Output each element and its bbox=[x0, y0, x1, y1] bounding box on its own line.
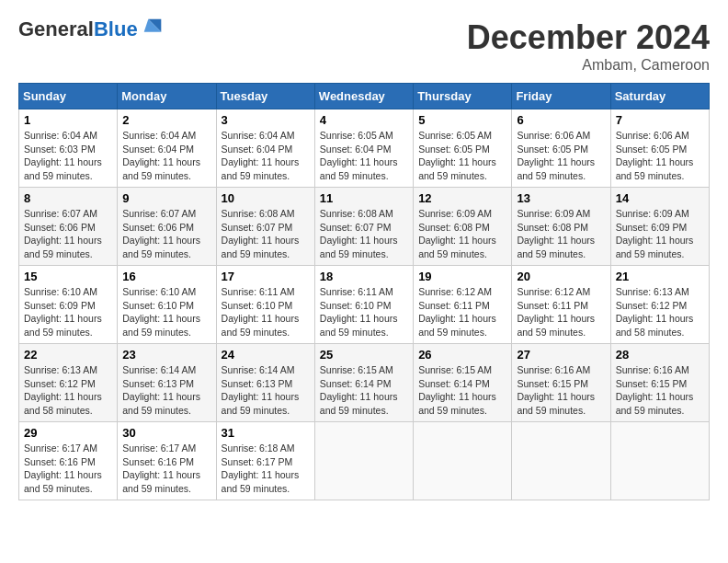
day-number: 10 bbox=[222, 191, 310, 205]
calendar-cell: 10Sunrise: 6:08 AMSunset: 6:07 PMDayligh… bbox=[216, 188, 314, 266]
day-number: 16 bbox=[122, 270, 210, 283]
day-info: Sunrise: 6:14 AMSunset: 6:13 PMDaylight:… bbox=[222, 363, 310, 418]
calendar-cell: 11Sunrise: 6:08 AMSunset: 6:07 PMDayligh… bbox=[314, 188, 413, 266]
day-number: 14 bbox=[616, 191, 704, 205]
calendar-cell: 4Sunrise: 6:05 AMSunset: 6:04 PMDaylight… bbox=[314, 109, 413, 188]
week-row-2: 8Sunrise: 6:07 AMSunset: 6:06 PMDaylight… bbox=[19, 188, 710, 266]
calendar-cell bbox=[314, 422, 413, 500]
day-info: Sunrise: 6:18 AMSunset: 6:17 PMDaylight:… bbox=[222, 442, 310, 496]
day-number: 5 bbox=[418, 113, 506, 127]
day-number: 8 bbox=[24, 191, 112, 205]
calendar-cell: 1Sunrise: 6:04 AMSunset: 6:03 PMDaylight… bbox=[19, 109, 118, 188]
day-info: Sunrise: 6:17 AMSunset: 6:16 PMDaylight:… bbox=[122, 442, 210, 496]
day-number: 2 bbox=[122, 113, 210, 127]
day-info: Sunrise: 6:09 AMSunset: 6:09 PMDaylight:… bbox=[616, 207, 704, 261]
day-info: Sunrise: 6:13 AMSunset: 6:12 PMDaylight:… bbox=[616, 285, 704, 339]
day-number: 3 bbox=[222, 113, 310, 127]
day-number: 6 bbox=[517, 113, 605, 127]
title-block: December 2024 Ambam, Cameroon bbox=[467, 18, 710, 74]
logo-icon bbox=[140, 15, 165, 40]
day-info: Sunrise: 6:14 AMSunset: 6:13 PMDaylight:… bbox=[122, 363, 210, 418]
day-number: 4 bbox=[320, 113, 408, 127]
day-number: 15 bbox=[24, 270, 112, 283]
calendar-cell bbox=[414, 422, 512, 500]
day-number: 9 bbox=[122, 191, 210, 205]
day-info: Sunrise: 6:16 AMSunset: 6:15 PMDaylight:… bbox=[517, 363, 605, 418]
day-number: 28 bbox=[616, 348, 704, 362]
page-header: GeneralBlue December 2024 Ambam, Cameroo… bbox=[18, 18, 710, 74]
day-number: 20 bbox=[517, 270, 605, 283]
calendar-cell: 16Sunrise: 6:10 AMSunset: 6:10 PMDayligh… bbox=[118, 266, 216, 344]
day-info: Sunrise: 6:12 AMSunset: 6:11 PMDaylight:… bbox=[418, 285, 506, 339]
calendar-cell: 21Sunrise: 6:13 AMSunset: 6:12 PMDayligh… bbox=[610, 266, 709, 344]
week-row-4: 22Sunrise: 6:13 AMSunset: 6:12 PMDayligh… bbox=[19, 344, 710, 422]
calendar-cell: 18Sunrise: 6:11 AMSunset: 6:10 PMDayligh… bbox=[314, 266, 413, 344]
logo-general-text: General bbox=[18, 17, 94, 40]
calendar-cell: 20Sunrise: 6:12 AMSunset: 6:11 PMDayligh… bbox=[512, 266, 610, 344]
day-info: Sunrise: 6:15 AMSunset: 6:14 PMDaylight:… bbox=[320, 363, 408, 418]
week-row-1: 1Sunrise: 6:04 AMSunset: 6:03 PMDaylight… bbox=[19, 109, 710, 188]
calendar-cell: 19Sunrise: 6:12 AMSunset: 6:11 PMDayligh… bbox=[414, 266, 512, 344]
col-header-wednesday: Wednesday bbox=[314, 84, 413, 109]
location: Ambam, Cameroon bbox=[467, 57, 710, 74]
calendar-cell: 8Sunrise: 6:07 AMSunset: 6:06 PMDaylight… bbox=[19, 188, 118, 266]
day-number: 17 bbox=[222, 270, 310, 283]
calendar-cell bbox=[610, 422, 709, 500]
day-number: 29 bbox=[24, 426, 112, 440]
calendar-cell bbox=[512, 422, 610, 500]
month-title: December 2024 bbox=[467, 18, 710, 57]
calendar-cell: 29Sunrise: 6:17 AMSunset: 6:16 PMDayligh… bbox=[19, 422, 118, 500]
day-info: Sunrise: 6:16 AMSunset: 6:15 PMDaylight:… bbox=[616, 363, 704, 418]
day-info: Sunrise: 6:04 AMSunset: 6:04 PMDaylight:… bbox=[122, 129, 210, 183]
day-info: Sunrise: 6:04 AMSunset: 6:03 PMDaylight:… bbox=[24, 129, 112, 183]
calendar-cell: 31Sunrise: 6:18 AMSunset: 6:17 PMDayligh… bbox=[216, 422, 314, 500]
day-info: Sunrise: 6:05 AMSunset: 6:05 PMDaylight:… bbox=[418, 129, 506, 183]
calendar-cell: 6Sunrise: 6:06 AMSunset: 6:05 PMDaylight… bbox=[512, 109, 610, 188]
logo: GeneralBlue bbox=[18, 18, 165, 40]
day-number: 31 bbox=[222, 426, 310, 440]
col-header-friday: Friday bbox=[512, 84, 610, 109]
day-info: Sunrise: 6:09 AMSunset: 6:08 PMDaylight:… bbox=[517, 207, 605, 261]
calendar-cell: 13Sunrise: 6:09 AMSunset: 6:08 PMDayligh… bbox=[512, 188, 610, 266]
day-number: 27 bbox=[517, 348, 605, 362]
day-number: 30 bbox=[122, 426, 210, 440]
calendar-cell: 15Sunrise: 6:10 AMSunset: 6:09 PMDayligh… bbox=[19, 266, 118, 344]
calendar-cell: 7Sunrise: 6:06 AMSunset: 6:05 PMDaylight… bbox=[610, 109, 709, 188]
day-info: Sunrise: 6:10 AMSunset: 6:09 PMDaylight:… bbox=[24, 285, 112, 339]
day-number: 24 bbox=[222, 348, 310, 362]
day-info: Sunrise: 6:05 AMSunset: 6:04 PMDaylight:… bbox=[320, 129, 408, 183]
day-info: Sunrise: 6:07 AMSunset: 6:06 PMDaylight:… bbox=[122, 207, 210, 261]
calendar-cell: 12Sunrise: 6:09 AMSunset: 6:08 PMDayligh… bbox=[414, 188, 512, 266]
day-info: Sunrise: 6:08 AMSunset: 6:07 PMDaylight:… bbox=[320, 207, 408, 261]
week-row-3: 15Sunrise: 6:10 AMSunset: 6:09 PMDayligh… bbox=[19, 266, 710, 344]
week-row-5: 29Sunrise: 6:17 AMSunset: 6:16 PMDayligh… bbox=[19, 422, 710, 500]
day-number: 11 bbox=[320, 191, 408, 205]
day-info: Sunrise: 6:04 AMSunset: 6:04 PMDaylight:… bbox=[222, 129, 310, 183]
calendar-cell: 22Sunrise: 6:13 AMSunset: 6:12 PMDayligh… bbox=[19, 344, 118, 422]
day-number: 18 bbox=[320, 270, 408, 283]
day-info: Sunrise: 6:07 AMSunset: 6:06 PMDaylight:… bbox=[24, 207, 112, 261]
day-info: Sunrise: 6:11 AMSunset: 6:10 PMDaylight:… bbox=[222, 285, 310, 339]
col-header-saturday: Saturday bbox=[610, 84, 709, 109]
calendar-cell: 24Sunrise: 6:14 AMSunset: 6:13 PMDayligh… bbox=[216, 344, 314, 422]
calendar-cell: 2Sunrise: 6:04 AMSunset: 6:04 PMDaylight… bbox=[118, 109, 216, 188]
day-number: 22 bbox=[24, 348, 112, 362]
day-number: 25 bbox=[320, 348, 408, 362]
calendar-cell: 30Sunrise: 6:17 AMSunset: 6:16 PMDayligh… bbox=[118, 422, 216, 500]
day-info: Sunrise: 6:09 AMSunset: 6:08 PMDaylight:… bbox=[418, 207, 506, 261]
day-info: Sunrise: 6:08 AMSunset: 6:07 PMDaylight:… bbox=[222, 207, 310, 261]
day-info: Sunrise: 6:06 AMSunset: 6:05 PMDaylight:… bbox=[616, 129, 704, 183]
day-number: 7 bbox=[616, 113, 704, 127]
day-info: Sunrise: 6:15 AMSunset: 6:14 PMDaylight:… bbox=[418, 363, 506, 418]
day-number: 23 bbox=[122, 348, 210, 362]
day-number: 26 bbox=[418, 348, 506, 362]
day-number: 1 bbox=[24, 113, 112, 127]
day-number: 12 bbox=[418, 191, 506, 205]
calendar-cell: 17Sunrise: 6:11 AMSunset: 6:10 PMDayligh… bbox=[216, 266, 314, 344]
calendar-cell: 26Sunrise: 6:15 AMSunset: 6:14 PMDayligh… bbox=[414, 344, 512, 422]
calendar-table: SundayMondayTuesdayWednesdayThursdayFrid… bbox=[18, 83, 710, 500]
logo-blue-text: Blue bbox=[94, 17, 138, 40]
calendar-cell: 9Sunrise: 6:07 AMSunset: 6:06 PMDaylight… bbox=[118, 188, 216, 266]
day-info: Sunrise: 6:10 AMSunset: 6:10 PMDaylight:… bbox=[122, 285, 210, 339]
day-number: 13 bbox=[517, 191, 605, 205]
